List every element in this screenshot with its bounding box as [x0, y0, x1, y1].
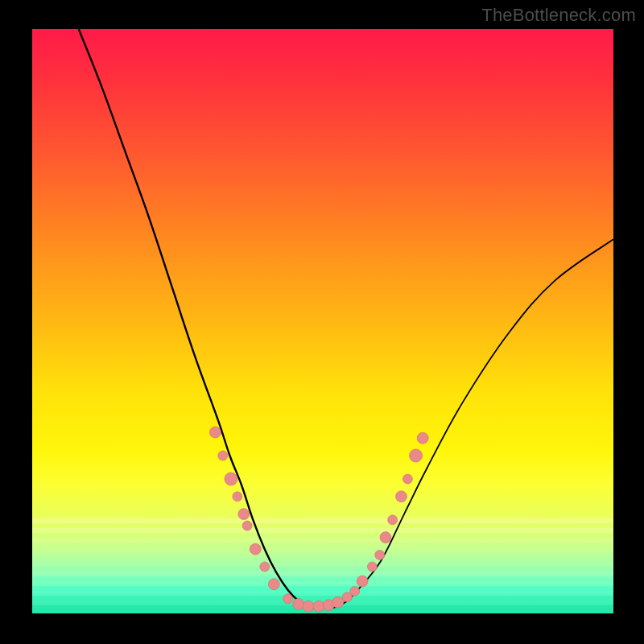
data-point: [209, 427, 221, 438]
data-point: [357, 576, 368, 587]
data-point: [313, 601, 324, 612]
data-point: [395, 491, 407, 502]
data-point: [410, 449, 423, 462]
data-point: [242, 521, 252, 530]
curve-left: [79, 29, 323, 608]
data-point: [260, 562, 270, 572]
watermark-text: TheBottleneck.com: [481, 5, 636, 26]
data-point: [402, 474, 412, 484]
data-point: [250, 543, 261, 555]
data-point: [233, 492, 242, 502]
data-point: [380, 532, 391, 543]
plot-area: [32, 29, 613, 613]
data-point: [388, 515, 398, 525]
data-point: [417, 432, 428, 444]
data-point: [293, 598, 304, 609]
data-point: [218, 451, 228, 460]
data-point: [332, 597, 344, 608]
data-points: [209, 427, 428, 612]
chart-svg: [32, 29, 613, 613]
data-point: [283, 594, 293, 604]
data-point: [350, 586, 360, 596]
data-point: [225, 473, 237, 485]
curve-right: [299, 239, 613, 608]
data-point: [238, 509, 250, 520]
chart-frame: TheBottleneck.com: [0, 0, 644, 644]
data-point: [303, 601, 314, 612]
data-point: [367, 562, 377, 572]
data-point: [375, 550, 385, 559]
data-point: [268, 579, 279, 590]
